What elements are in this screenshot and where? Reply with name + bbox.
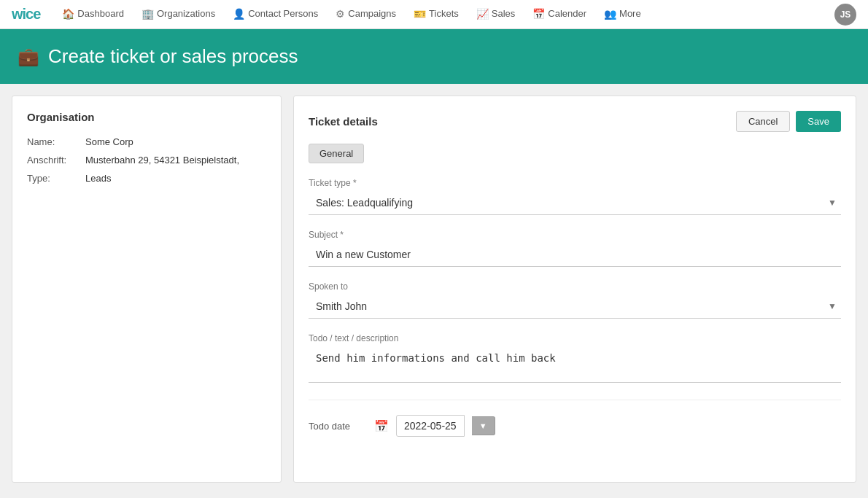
ticket-type-group: Ticket type * Sales: Leadqualifying Supp… (309, 178, 841, 215)
tab-general[interactable]: General (309, 144, 364, 163)
org-type-label: Type: (27, 173, 85, 184)
contact-persons-icon: 👤 (233, 8, 245, 20)
campaigns-icon: ⚙ (336, 8, 345, 20)
nav-label-more: More (619, 8, 641, 19)
nav-label-campaigns: Campaigns (348, 8, 396, 19)
save-button[interactable]: Save (796, 111, 841, 132)
nav-item-sales[interactable]: 📈 Sales (469, 2, 523, 27)
org-name-value: Some Corp (85, 136, 133, 147)
nav-label-sales: Sales (492, 8, 516, 19)
nav-label-calender: Calender (548, 8, 586, 19)
sales-icon: 📈 (476, 8, 489, 20)
ticket-type-label: Ticket type * (309, 178, 841, 188)
ticket-type-chevron-icon: ▼ (828, 198, 841, 208)
subject-input[interactable] (309, 243, 841, 267)
todo-label: Todo / text / description (309, 333, 841, 343)
page-title: Create ticket or sales process (48, 45, 298, 68)
ticket-type-select-wrapper: Sales: Leadqualifying Support Sales: Clo… (309, 191, 841, 215)
organizations-icon: 🏢 (142, 8, 154, 20)
spoken-to-chevron-icon: ▼ (828, 301, 841, 311)
org-type-field: Type: Leads (27, 173, 266, 184)
todo-textarea[interactable]: Send him informations and call him back (309, 346, 841, 383)
todo-date-value: 2022-05-25 (396, 415, 465, 437)
spoken-to-select[interactable]: Smith John Jane Doe (309, 295, 828, 318)
organisation-title: Organisation (27, 111, 266, 123)
nav-item-organizations[interactable]: 🏢 Organizations (134, 2, 222, 27)
org-address-value: Musterbahn 29, 54321 Beispielstadt, (85, 155, 239, 166)
nav-label-contact-persons: Contact Persons (248, 8, 318, 19)
nav-item-campaigns[interactable]: ⚙ Campaigns (328, 2, 403, 27)
dashboard-icon: 🏠 (62, 8, 74, 20)
org-address-label: Anschrift: (27, 155, 85, 166)
page-header: 💼 Create ticket or sales process (0, 29, 868, 84)
org-name-field: Name: Some Corp (27, 136, 266, 147)
main-content: Organisation Name: Some Corp Anschrift: … (0, 84, 868, 494)
subject-group: Subject * (309, 230, 841, 267)
ticket-details-title: Ticket details (309, 115, 378, 128)
nav-item-tickets[interactable]: 🎫 Tickets (406, 2, 466, 27)
subject-label: Subject * (309, 230, 841, 240)
nav-label-dashboard: Dashboard (77, 8, 124, 19)
nav-item-calender[interactable]: 📅 Calender (525, 2, 594, 27)
nav-label-tickets: Tickets (429, 8, 459, 19)
org-address-field: Anschrift: Musterbahn 29, 54321 Beispiel… (27, 155, 266, 166)
nav-label-organizations: Organizations (157, 8, 215, 19)
calender-icon: 📅 (532, 8, 545, 20)
todo-description-group: Todo / text / description Send him infor… (309, 333, 841, 385)
calendar-icon: 📅 (374, 419, 389, 433)
ticket-details-header: Ticket details Cancel Save (309, 111, 841, 132)
spoken-to-label: Spoken to (309, 281, 841, 292)
navbar: wice 🏠 Dashboard 🏢 Organizations 👤 Conta… (0, 0, 868, 29)
logo: wice (12, 6, 40, 23)
todo-date-dropdown-button[interactable]: ▼ (472, 416, 495, 435)
action-buttons: Cancel Save (736, 111, 841, 132)
org-type-value: Leads (85, 173, 111, 184)
page-header-icon: 💼 (18, 47, 39, 67)
divider (309, 400, 841, 400)
nav-item-dashboard[interactable]: 🏠 Dashboard (55, 2, 131, 27)
org-name-label: Name: (27, 136, 85, 147)
user-avatar[interactable]: JS (834, 4, 856, 26)
ticket-type-select[interactable]: Sales: Leadqualifying Support Sales: Clo… (309, 191, 828, 214)
tickets-icon: 🎫 (414, 8, 426, 20)
spoken-to-group: Spoken to Smith John Jane Doe ▼ (309, 281, 841, 319)
cancel-button[interactable]: Cancel (736, 111, 790, 132)
organisation-panel: Organisation Name: Some Corp Anschrift: … (12, 96, 282, 483)
spoken-to-select-wrapper: Smith John Jane Doe ▼ (309, 295, 841, 319)
ticket-details-panel: Ticket details Cancel Save General Ticke… (293, 96, 856, 483)
todo-date-row: Todo date 📅 2022-05-25 ▼ (309, 415, 841, 437)
nav-item-contact-persons[interactable]: 👤 Contact Persons (225, 2, 325, 27)
todo-date-label: Todo date (309, 421, 367, 432)
more-icon: 👥 (604, 8, 616, 20)
nav-item-more[interactable]: 👥 More (597, 2, 648, 27)
